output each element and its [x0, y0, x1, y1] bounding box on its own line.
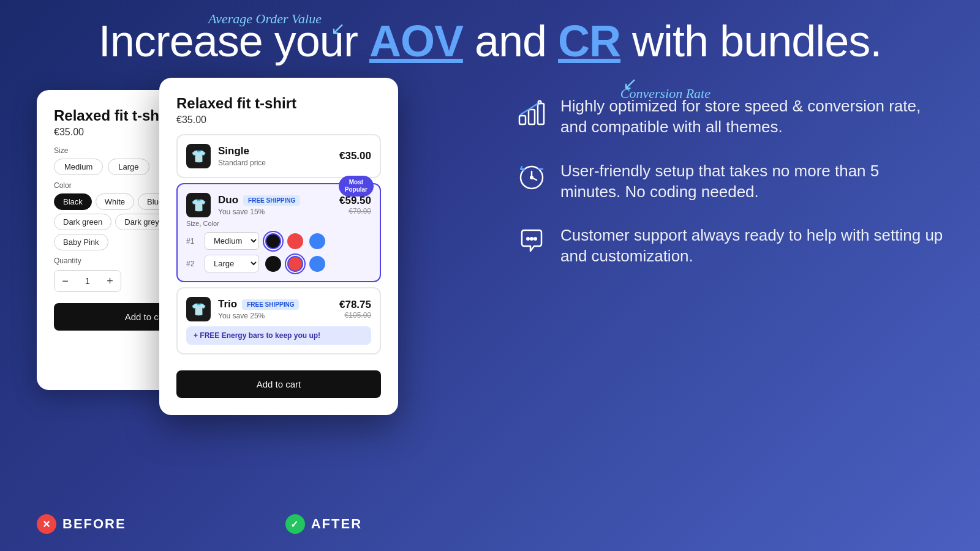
- variant-2-color-red[interactable]: [287, 256, 303, 272]
- title-cr: CR: [558, 17, 620, 66]
- before-label: ✕ BEFORE: [37, 514, 126, 534]
- before-color-white[interactable]: White: [96, 193, 134, 210]
- chat-svg: [517, 228, 546, 257]
- before-size-large[interactable]: Large: [108, 159, 149, 175]
- title-part3: with bundles.: [620, 17, 881, 66]
- variant-num-2: #2: [186, 260, 198, 268]
- free-shipping-badge-trio: FREE SHIPPING: [242, 299, 299, 310]
- bundle-duo-prices: €59.50 €70.00: [339, 195, 371, 216]
- tshirt-icon-trio: 👕: [186, 297, 211, 321]
- svg-point-8: [527, 238, 529, 240]
- variant-1-color-blue[interactable]: [309, 233, 325, 249]
- bundle-trio-price: €78.75: [339, 299, 371, 311]
- bundle-trio-name: Trio: [218, 298, 237, 310]
- bundle-duo[interactable]: MostPopular 👕 Duo FREE SHIPPING You save…: [176, 183, 381, 282]
- bundle-single-left: 👕 Single Standard price: [186, 144, 266, 168]
- bundle-duo-orig-price: €70.00: [339, 207, 371, 216]
- bundle-duo-header: 👕 Duo FREE SHIPPING You save 15% €59.50 …: [186, 193, 371, 217]
- chart-svg: [517, 99, 546, 128]
- bundle-single-info: Single Standard price: [218, 145, 266, 167]
- bundle-single[interactable]: 👕 Single Standard price €35.00: [176, 134, 381, 178]
- annotation-aov: Average Order Value: [208, 11, 322, 27]
- after-add-to-cart[interactable]: Add to cart: [176, 370, 381, 398]
- variant-1-size-select[interactable]: Medium Large Small: [205, 232, 259, 250]
- bundle-single-price: €35.00: [339, 150, 371, 162]
- variant-1-color-red[interactable]: [287, 233, 303, 249]
- feature-item-2: User-friendly setup that takes no more t…: [514, 161, 943, 203]
- before-qty-value: 1: [76, 276, 99, 286]
- clock-icon: [514, 161, 548, 195]
- bundle-trio-orig-price: €105.00: [339, 311, 371, 320]
- variant-2-color-black[interactable]: [265, 256, 281, 272]
- bundle-trio-left: 👕 Trio FREE SHIPPING You save 25%: [186, 297, 299, 321]
- after-label: ✓ AFTER: [285, 514, 362, 534]
- before-qty-control: − 1 +: [54, 270, 121, 292]
- feature-text-3: Customer support always ready to help wi…: [560, 225, 943, 267]
- variant-2-color-blue[interactable]: [309, 256, 325, 272]
- after-icon: ✓: [285, 514, 305, 534]
- before-icon: ✕: [37, 514, 56, 534]
- after-card-title: Relaxed fit t-shirt: [176, 95, 381, 112]
- variant-2-size-select[interactable]: Large Medium Small: [205, 255, 259, 272]
- annotation-cr: Conversion Rate: [620, 86, 710, 102]
- bundle-duo-desc: You save 15%: [218, 208, 300, 216]
- most-popular-badge: MostPopular: [339, 176, 374, 197]
- before-color-black[interactable]: Black: [54, 193, 92, 210]
- bundle-trio-prices: €78.75 €105.00: [339, 299, 371, 320]
- after-text: AFTER: [311, 516, 362, 532]
- after-card-price: €35.00: [176, 114, 381, 126]
- bundle-trio-header: 👕 Trio FREE SHIPPING You save 25% €78.75…: [186, 297, 371, 321]
- title-part2: and: [463, 17, 558, 66]
- before-color-darkgreen[interactable]: Dark green: [54, 214, 111, 230]
- before-size-medium[interactable]: Medium: [54, 159, 103, 175]
- before-color-babypink[interactable]: Baby Pink: [54, 234, 108, 250]
- svg-point-10: [534, 238, 537, 240]
- title-aov: AOV: [369, 17, 463, 66]
- feature-item-1: Highly optimized for store speed & conve…: [514, 96, 943, 138]
- svg-point-3: [538, 100, 541, 103]
- feature-text-2: User-friendly setup that takes no more t…: [560, 161, 943, 203]
- variant-row-1: #1 Medium Large Small: [186, 232, 371, 250]
- chat-icon: [514, 225, 548, 259]
- bundle-duo-name-row: Duo FREE SHIPPING: [218, 194, 300, 206]
- variant-1-color-black[interactable]: [265, 233, 281, 249]
- bundle-single-name: Single: [218, 145, 266, 157]
- chart-icon: [514, 96, 548, 130]
- clock-svg: [517, 163, 546, 192]
- variant-num-1: #1: [186, 237, 198, 246]
- after-card: Relaxed fit t-shirt €35.00 👕 Single Stan…: [159, 78, 398, 415]
- bundle-trio-info: Trio FREE SHIPPING You save 25%: [218, 298, 299, 320]
- svg-rect-0: [519, 116, 526, 124]
- bundle-single-header: 👕 Single Standard price €35.00: [186, 144, 371, 168]
- before-after-row: ✕ BEFORE ✓ AFTER: [37, 514, 362, 534]
- before-qty-plus[interactable]: +: [99, 271, 121, 291]
- bundle-duo-info: Duo FREE SHIPPING You save 15%: [218, 194, 300, 216]
- svg-point-7: [530, 176, 533, 179]
- bundle-single-desc: Standard price: [218, 159, 266, 167]
- bundle-duo-sub-desc: Size, Color: [186, 220, 371, 227]
- bundle-trio-desc: You save 25%: [218, 312, 299, 320]
- main-layout: Relaxed fit t-shirt €35.00 Size Medium L…: [0, 72, 980, 402]
- svg-rect-2: [538, 103, 544, 124]
- main-title: Increase your AOV and CR with bundles.: [0, 17, 980, 66]
- tshirt-icon-duo: 👕: [186, 193, 211, 217]
- svg-rect-1: [529, 110, 535, 124]
- features-area: Highly optimized for store speed & conve…: [514, 78, 943, 290]
- free-shipping-badge-duo: FREE SHIPPING: [243, 195, 300, 206]
- bundle-duo-name: Duo: [218, 194, 238, 206]
- bundle-single-prices: €35.00: [339, 150, 371, 162]
- before-qty-minus[interactable]: −: [55, 271, 76, 291]
- bundle-duo-price: €59.50: [339, 195, 371, 207]
- header: Average Order Value ↙ Increase your AOV …: [0, 0, 980, 66]
- trio-bonus: + FREE Energy bars to keep you up!: [186, 326, 371, 345]
- annotation-arrow-aov: ↙: [331, 18, 345, 39]
- bundle-trio-name-row: Trio FREE SHIPPING: [218, 298, 299, 310]
- feature-text-1: Highly optimized for store speed & conve…: [560, 96, 943, 138]
- feature-item-3: Customer support always ready to help wi…: [514, 225, 943, 267]
- cards-area: Relaxed fit t-shirt €35.00 Size Medium L…: [37, 78, 490, 402]
- before-text: BEFORE: [62, 516, 126, 532]
- svg-point-9: [530, 238, 533, 240]
- bundle-trio[interactable]: 👕 Trio FREE SHIPPING You save 25% €78.75…: [176, 287, 381, 354]
- variant-row-2: #2 Large Medium Small: [186, 255, 371, 272]
- tshirt-icon-single: 👕: [186, 144, 211, 168]
